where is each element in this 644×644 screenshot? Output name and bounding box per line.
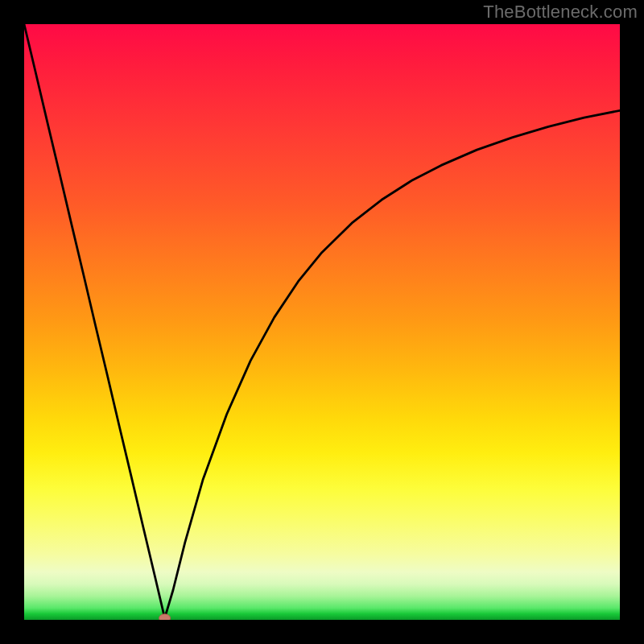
source-watermark: TheBottleneck.com: [483, 2, 638, 23]
optimal-point-marker: [159, 614, 171, 620]
curve-layer: [24, 24, 620, 620]
bottleneck-curve: [24, 24, 620, 618]
plot-area: [24, 24, 620, 620]
chart-frame: TheBottleneck.com: [0, 0, 644, 644]
